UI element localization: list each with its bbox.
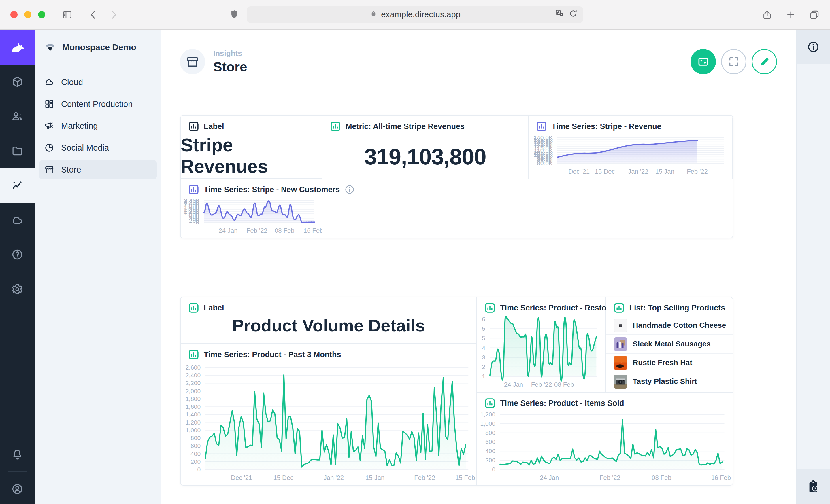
translate-icon[interactable] bbox=[555, 9, 564, 20]
sidebar-item-cloud[interactable]: Cloud bbox=[39, 73, 157, 92]
panel-list-top-selling[interactable]: List: Top Selling Products Handmade Cott… bbox=[606, 297, 733, 392]
module-settings-icon[interactable] bbox=[0, 272, 35, 306]
panel-type-icon bbox=[188, 184, 199, 195]
svg-text:Feb '22: Feb '22 bbox=[600, 474, 621, 481]
dashboard-badge bbox=[180, 49, 205, 74]
svg-text:3: 3 bbox=[482, 354, 486, 361]
fullscreen-button[interactable] bbox=[721, 49, 746, 74]
zoom-window-button[interactable] bbox=[38, 11, 45, 18]
stripe-revenue-chart: 140.0K135.0K130.0K125.0K120.0K115.0K110.… bbox=[529, 134, 732, 177]
svg-text:6: 6 bbox=[482, 316, 486, 322]
share-icon[interactable] bbox=[762, 9, 772, 20]
panel-chart-new-customers[interactable]: Time Series: Stripe - New Customers 2,40… bbox=[181, 179, 322, 238]
top-products-list: Handmade Cotton Cheese Sleek Metal Sausa… bbox=[606, 316, 733, 392]
list-item[interactable]: Sleek Metal Sausages bbox=[606, 334, 733, 353]
window-controls bbox=[10, 11, 45, 18]
activity-log-section[interactable] bbox=[797, 469, 830, 504]
svg-text:Dec '21: Dec '21 bbox=[568, 168, 589, 175]
module-cloud-icon[interactable] bbox=[0, 203, 35, 237]
lock-icon bbox=[370, 9, 378, 20]
svg-text:600: 600 bbox=[191, 442, 200, 449]
module-insights-icon[interactable] bbox=[0, 168, 35, 203]
svg-text:24 Jan: 24 Jan bbox=[219, 227, 237, 234]
nav-sidebar: Monospace Demo Cloud Content Production … bbox=[35, 30, 161, 504]
forward-button[interactable] bbox=[109, 9, 119, 20]
panel-title: Label bbox=[204, 122, 224, 131]
url-text: example.directus.app bbox=[381, 10, 460, 19]
svg-text:2,200: 2,200 bbox=[186, 379, 201, 386]
svg-text:Feb '22: Feb '22 bbox=[687, 168, 708, 175]
svg-text:200: 200 bbox=[191, 458, 200, 465]
sidebar-item-label: Marketing bbox=[61, 121, 98, 131]
svg-text:0: 0 bbox=[196, 219, 199, 226]
svg-text:800: 800 bbox=[191, 435, 200, 441]
sidebar-item-store[interactable]: Store bbox=[39, 160, 157, 179]
list-item[interactable]: Tasty Plastic Shirt bbox=[606, 372, 733, 391]
reload-icon[interactable] bbox=[569, 9, 578, 20]
list-item[interactable]: Rustic Fresh Hat bbox=[606, 353, 733, 372]
panel-chart-restocks[interactable]: Time Series: Product - Restocks 65543212… bbox=[477, 297, 606, 392]
project-status-icon bbox=[44, 41, 56, 53]
list-item[interactable]: Handmade Cotton Cheese bbox=[606, 316, 733, 334]
svg-text:0: 0 bbox=[197, 466, 201, 473]
product-name: Tasty Plastic Shirt bbox=[633, 377, 697, 386]
panel-label-stripe[interactable]: Label Stripe Revenues bbox=[181, 116, 322, 179]
product-name: Handmade Cotton Cheese bbox=[633, 321, 726, 330]
sidebar-item-content-production[interactable]: Content Production bbox=[39, 95, 157, 113]
minimize-window-button[interactable] bbox=[24, 11, 31, 18]
project-header[interactable]: Monospace Demo bbox=[35, 30, 161, 65]
zoom-to-fit-button[interactable] bbox=[691, 49, 716, 74]
address-bar[interactable]: example.directus.app bbox=[247, 6, 583, 23]
module-files-icon[interactable] bbox=[0, 134, 35, 168]
panel-chart-items-sold[interactable]: Time Series: Product - Items Sold 1,2001… bbox=[477, 393, 733, 485]
fullscreen-icon bbox=[727, 55, 740, 68]
directus-logo[interactable] bbox=[0, 30, 35, 65]
breadcrumb[interactable]: Insights bbox=[213, 49, 247, 58]
panel-type-icon bbox=[484, 398, 496, 409]
svg-text:Feb '22: Feb '22 bbox=[247, 227, 267, 234]
svg-text:15 Dec: 15 Dec bbox=[274, 474, 294, 481]
svg-text:1,600: 1,600 bbox=[186, 403, 201, 410]
info-icon[interactable] bbox=[344, 184, 355, 195]
svg-text:Jan '22: Jan '22 bbox=[628, 168, 648, 175]
panel-metric-stripe-revenues[interactable]: Metric: All-time Stripe Revenues 319,103… bbox=[322, 116, 529, 179]
panel-chart-past-3-months[interactable]: Time Series: Product - Past 3 Months 2,6… bbox=[181, 344, 476, 485]
sidebar-item-label: Cloud bbox=[61, 77, 83, 87]
megaphone-icon bbox=[44, 121, 54, 131]
fit-screen-icon bbox=[697, 55, 709, 68]
svg-text:0: 0 bbox=[492, 466, 496, 473]
svg-text:5: 5 bbox=[482, 325, 486, 332]
sidebar-toggle-icon[interactable] bbox=[62, 9, 72, 20]
svg-text:1: 1 bbox=[482, 373, 486, 379]
svg-text:15 Jan: 15 Jan bbox=[365, 474, 384, 481]
panel-label-product-volume[interactable]: Label Product Volume Details bbox=[181, 297, 476, 344]
cloud-icon bbox=[44, 77, 54, 87]
panel-chart-stripe-revenue[interactable]: Time Series: Stripe - Revenue 140.0K135.… bbox=[529, 116, 733, 179]
notifications-bell-icon[interactable] bbox=[0, 440, 35, 469]
module-content-icon[interactable] bbox=[0, 65, 35, 99]
svg-text:15 Jan: 15 Jan bbox=[656, 168, 674, 175]
panel-type-icon bbox=[613, 302, 625, 313]
storefront-icon bbox=[186, 55, 199, 68]
metric-value: 319,103,800 bbox=[322, 135, 528, 179]
close-window-button[interactable] bbox=[10, 11, 18, 18]
tab-overview-icon[interactable] bbox=[809, 9, 820, 20]
new-tab-icon[interactable] bbox=[786, 9, 796, 20]
edit-dashboard-button[interactable] bbox=[752, 49, 777, 74]
back-button[interactable] bbox=[88, 9, 98, 20]
module-bar bbox=[0, 30, 35, 504]
user-avatar-icon[interactable] bbox=[0, 474, 35, 504]
sidebar-info-section[interactable] bbox=[797, 30, 830, 64]
sidebar-item-social-media[interactable]: Social Media bbox=[39, 138, 157, 157]
page-header: Insights Store bbox=[161, 30, 796, 94]
panel-type-icon bbox=[188, 349, 199, 360]
svg-text:24 Jan: 24 Jan bbox=[540, 474, 559, 481]
panel-type-icon bbox=[536, 121, 547, 132]
svg-text:15 Dec: 15 Dec bbox=[595, 168, 615, 175]
module-users-icon[interactable] bbox=[0, 99, 35, 134]
sidebar-item-marketing[interactable]: Marketing bbox=[39, 116, 157, 135]
module-help-icon[interactable] bbox=[0, 237, 35, 272]
restocks-chart: 655432124 JanFeb '2208 Feb bbox=[477, 316, 606, 390]
sidebar-item-label: Store bbox=[61, 165, 81, 174]
privacy-shield-icon[interactable] bbox=[229, 9, 239, 20]
